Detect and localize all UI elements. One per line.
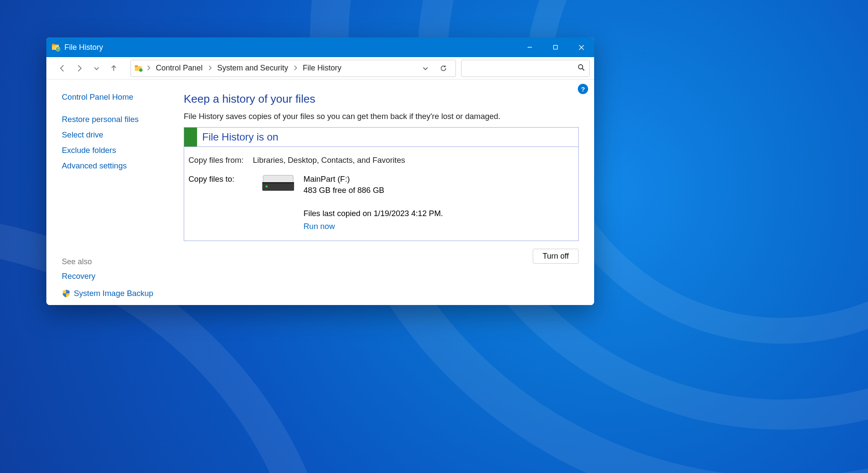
breadcrumb-item[interactable]: Control Panel — [154, 62, 204, 74]
history-dropdown-button[interactable] — [88, 60, 105, 76]
sidebar-link-recovery[interactable]: Recovery — [62, 272, 171, 281]
page-heading: Keep a history of your files — [184, 92, 579, 106]
drive-name: MainPart (F:) — [303, 174, 443, 184]
copy-to-label: Copy files to: — [188, 174, 234, 183]
chevron-right-icon — [146, 65, 152, 72]
main-content: Keep a history of your files File Histor… — [179, 79, 594, 305]
copy-from-label: Copy files from: — [188, 156, 253, 165]
help-button[interactable]: ? — [578, 84, 588, 94]
file-history-icon — [51, 42, 61, 52]
svg-point-9 — [139, 68, 143, 72]
sidebar-link-system-image-backup[interactable]: System Image Backup — [74, 289, 153, 298]
titlebar[interactable]: File History — [46, 37, 594, 57]
breadcrumb-item[interactable]: System and Security — [215, 62, 290, 74]
svg-rect-1 — [52, 44, 55, 46]
maximize-button[interactable] — [543, 37, 568, 57]
address-bar[interactable]: Control Panel System and Security File H… — [131, 60, 456, 77]
run-now-link[interactable]: Run now — [303, 222, 443, 231]
sidebar-link-exclude-folders[interactable]: Exclude folders — [62, 146, 171, 155]
svg-rect-14 — [262, 182, 294, 183]
svg-rect-12 — [263, 175, 293, 183]
svg-point-15 — [266, 186, 268, 188]
control-panel-home-link[interactable]: Control Panel Home — [62, 92, 171, 102]
sidebar-link-select-drive[interactable]: Select drive — [62, 130, 171, 140]
search-icon — [577, 64, 585, 73]
close-button[interactable] — [568, 37, 594, 57]
minimize-button[interactable] — [517, 37, 543, 57]
breadcrumb-item[interactable]: File History — [301, 62, 343, 74]
navigation-toolbar: Control Panel System and Security File H… — [46, 57, 594, 79]
drive-icon — [261, 174, 295, 195]
status-box: File History is on Copy files from: Libr… — [184, 127, 579, 241]
status-indicator — [184, 128, 197, 146]
drive-free-space: 483 GB free of 886 GB — [303, 186, 443, 195]
svg-point-10 — [579, 64, 583, 69]
svg-rect-8 — [135, 65, 138, 67]
sidebar-link-advanced-settings[interactable]: Advanced settings — [62, 161, 171, 171]
svg-line-11 — [583, 68, 585, 70]
turn-off-button[interactable]: Turn off — [533, 249, 579, 264]
copy-from-value: Libraries, Desktop, Contacts, and Favori… — [253, 156, 574, 165]
up-button[interactable] — [106, 60, 122, 76]
sidebar-link-restore[interactable]: Restore personal files — [62, 115, 171, 124]
back-button[interactable] — [54, 60, 70, 76]
search-input[interactable] — [466, 64, 577, 72]
address-dropdown-button[interactable] — [419, 62, 431, 74]
chevron-right-icon — [207, 65, 213, 72]
status-text: File History is on — [197, 128, 283, 146]
chevron-right-icon — [292, 65, 298, 72]
window-title: File History — [64, 43, 103, 52]
control-panel-window: File History — [46, 37, 594, 305]
search-box[interactable] — [461, 60, 590, 77]
shield-icon — [62, 289, 70, 298]
status-header: File History is on — [184, 128, 578, 147]
see-also-label: See also — [62, 257, 171, 266]
sidebar: Control Panel Home Restore personal file… — [46, 79, 179, 305]
folder-icon — [134, 64, 143, 73]
svg-rect-4 — [554, 46, 558, 49]
refresh-button[interactable] — [437, 62, 449, 74]
page-description: File History saves copies of your files … — [184, 112, 579, 121]
last-copied-text: Files last copied on 1/19/2023 4:12 PM. — [303, 209, 443, 218]
forward-button[interactable] — [71, 60, 88, 76]
